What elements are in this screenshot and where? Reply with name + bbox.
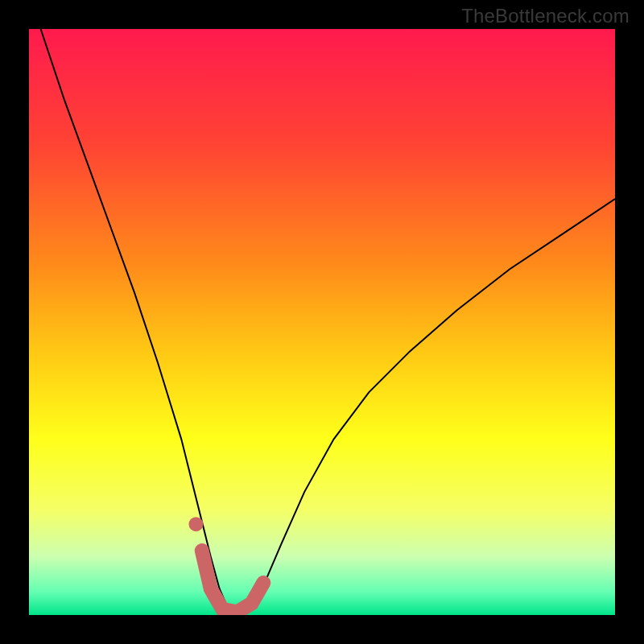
gradient-background [29,29,615,615]
watermark-text: TheBottleneck.com [461,5,630,27]
highlight-start-dot [188,517,203,531]
plot-area [29,29,615,615]
chart-frame: TheBottleneck.com [0,0,644,644]
bottleneck-chart [29,29,615,615]
